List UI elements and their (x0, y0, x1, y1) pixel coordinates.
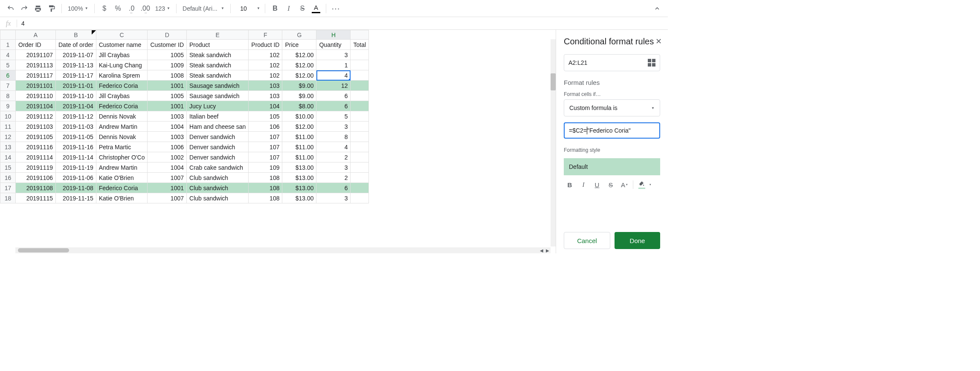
cell[interactable]: 2019-11-17 (56, 70, 96, 81)
scroll-right-icon[interactable]: ▶ (545, 247, 551, 253)
spreadsheet-grid[interactable]: A B C D E F G H 1 Order ID Date of order… (0, 30, 556, 253)
cell[interactable]: 20191105 (16, 132, 56, 142)
cell[interactable]: $8.00 (282, 101, 316, 111)
cell[interactable]: 1007 (148, 193, 187, 203)
row-head[interactable]: 14 (0, 152, 16, 162)
cell[interactable]: 2 (316, 152, 351, 162)
col-head-H[interactable]: H (316, 30, 351, 40)
cell[interactable]: Total (351, 40, 369, 50)
cell[interactable]: Ham and cheese san (187, 122, 249, 132)
cell[interactable]: Karolina Sprem (96, 70, 148, 81)
col-head-E[interactable]: E (187, 30, 249, 40)
cell[interactable]: Jill Craybas (96, 50, 148, 60)
cell[interactable]: 3 (316, 162, 351, 173)
cell[interactable]: $13.00 (282, 193, 316, 203)
cell[interactable]: 20191107 (16, 50, 56, 60)
cell[interactable]: 2019-11-03 (56, 122, 96, 132)
cell[interactable]: 20191115 (16, 193, 56, 203)
cell[interactable]: Andrew Martin (96, 122, 148, 132)
cell[interactable]: 1009 (148, 60, 187, 70)
cell[interactable]: 1 (316, 60, 351, 70)
cell[interactable]: 2019-11-04 (56, 101, 96, 111)
row-head[interactable]: 4 (0, 50, 16, 60)
cell[interactable]: Sausage sandwich (187, 91, 249, 101)
redo-button[interactable] (18, 2, 31, 15)
cell[interactable]: 1002 (148, 152, 187, 162)
row-head[interactable]: 17 (0, 183, 16, 193)
cell[interactable]: Denver sandwich (187, 142, 249, 152)
cell[interactable] (351, 111, 369, 122)
cell[interactable]: 1005 (148, 91, 187, 101)
strikethrough-button[interactable]: S (296, 2, 309, 15)
cell[interactable]: $13.00 (282, 162, 316, 173)
col-head-B[interactable]: B (56, 30, 96, 40)
bold-button[interactable]: B (269, 2, 281, 15)
cell[interactable]: 20191104 (16, 101, 56, 111)
cell[interactable]: 2 (316, 173, 351, 183)
cell[interactable]: Dennis Novak (96, 111, 148, 122)
col-head-G[interactable]: G (282, 30, 316, 40)
cell[interactable]: 2019-11-16 (56, 142, 96, 152)
cell[interactable]: Order ID (16, 40, 56, 50)
cell[interactable]: 3 (316, 193, 351, 203)
cell[interactable]: 102 (249, 70, 282, 81)
vertical-scrollbar[interactable] (551, 39, 556, 246)
cell[interactable]: Katie O'Brien (96, 193, 148, 203)
style-underline-button[interactable]: U (591, 179, 603, 191)
cell[interactable] (351, 132, 369, 142)
cell[interactable]: Federico Coria (96, 101, 148, 111)
cell[interactable]: 12 (316, 81, 351, 91)
cell[interactable]: Product ID (249, 40, 282, 50)
cell[interactable]: 2019-11-13 (56, 60, 96, 70)
cell[interactable] (351, 60, 369, 70)
cell[interactable]: 1005 (148, 50, 187, 60)
cell[interactable]: Jill Craybas (96, 91, 148, 101)
select-range-icon[interactable] (648, 59, 655, 67)
row-head[interactable]: 12 (0, 132, 16, 142)
cell[interactable]: 107 (249, 132, 282, 142)
cell[interactable]: Kai-Lung Chang (96, 60, 148, 70)
cell[interactable]: $12.00 (282, 70, 316, 81)
cell[interactable]: 104 (249, 101, 282, 111)
cell[interactable]: Steak sandwich (187, 60, 249, 70)
cell[interactable]: Club sandwich (187, 193, 249, 203)
cell[interactable]: Product (187, 40, 249, 50)
cell[interactable]: Crab cake sandwich (187, 162, 249, 173)
row-head[interactable]: 5 (0, 60, 16, 70)
cell[interactable]: $9.00 (282, 81, 316, 91)
cell[interactable]: Steak sandwich (187, 50, 249, 60)
cell[interactable]: Quantity (316, 40, 351, 50)
cell[interactable]: 2019-11-15 (56, 193, 96, 203)
cell[interactable]: 107 (249, 142, 282, 152)
cell[interactable]: Katie O'Brien (96, 173, 148, 183)
cell[interactable]: Federico Coria (96, 81, 148, 91)
select-all-corner[interactable] (0, 30, 16, 40)
cell[interactable] (351, 152, 369, 162)
cell[interactable]: Federico Coria (96, 183, 148, 193)
cell[interactable]: Price (282, 40, 316, 50)
cell[interactable] (351, 50, 369, 60)
cell[interactable]: Steak sandwich (187, 70, 249, 81)
cell[interactable]: 108 (249, 183, 282, 193)
collapse-toolbar-button[interactable] (651, 2, 664, 15)
cell[interactable]: Christopher O'Co (96, 152, 148, 162)
cell[interactable]: 20191119 (16, 162, 56, 173)
cell[interactable]: 1008 (148, 70, 187, 81)
cell[interactable]: $11.00 (282, 142, 316, 152)
font-select[interactable]: Default (Ari...▼ (180, 2, 227, 15)
cell[interactable]: 1004 (148, 122, 187, 132)
row-head[interactable]: 16 (0, 173, 16, 183)
style-fill-color-button[interactable] (636, 179, 648, 191)
currency-format-button[interactable]: $ (98, 2, 111, 15)
row-head[interactable]: 10 (0, 111, 16, 122)
cell[interactable]: Denver sandwich (187, 132, 249, 142)
condition-select[interactable]: Custom formula is ▼ (564, 99, 660, 116)
cell[interactable]: Customer name (96, 40, 148, 50)
cell[interactable]: 20191108 (16, 183, 56, 193)
cell[interactable]: 103 (249, 81, 282, 91)
cell[interactable] (351, 91, 369, 101)
cell[interactable] (351, 162, 369, 173)
font-size-caret[interactable]: ▼ (254, 2, 261, 15)
cell[interactable]: 1003 (148, 111, 187, 122)
row-head[interactable]: 6 (0, 70, 16, 81)
